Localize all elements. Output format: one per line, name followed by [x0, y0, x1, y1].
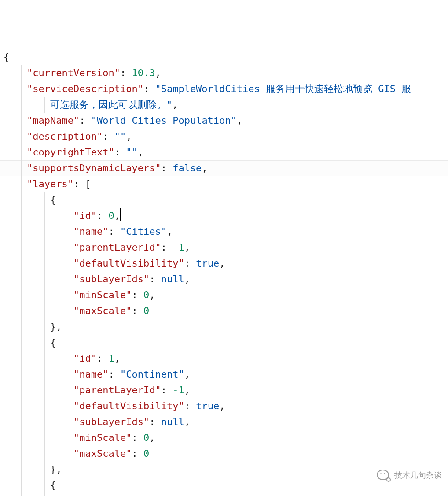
- code-token: ,: [184, 242, 190, 253]
- code-token: :: [184, 258, 196, 269]
- code-token: ,: [219, 400, 225, 411]
- code-token: "Cities": [120, 226, 167, 237]
- text-caret: [120, 208, 121, 221]
- code-token: "World Cities Population": [91, 115, 237, 126]
- code-content[interactable]: { "currentVersion": 10.3, "serviceDescri…: [0, 48, 448, 496]
- code-token: "subLayerIds": [73, 416, 149, 427]
- code-token: {: [50, 337, 56, 348]
- code-token: null: [161, 416, 184, 427]
- code-token: },: [50, 464, 62, 475]
- code-token: :: [132, 289, 143, 300]
- code-token: "serviceDescription": [27, 83, 143, 94]
- code-token: :: [161, 242, 173, 253]
- code-token: 0: [108, 210, 114, 221]
- code-token: ,: [149, 289, 155, 300]
- code-token: 0: [143, 448, 149, 459]
- code-token: "id": [73, 353, 97, 364]
- code-token: :: [143, 83, 155, 94]
- code-token: "": [126, 147, 138, 158]
- code-token: false: [173, 163, 202, 174]
- code-token: :: [108, 226, 120, 237]
- code-token: "minScale": [73, 289, 132, 300]
- code-token: "defaultVisibility": [73, 400, 184, 411]
- code-token: {: [4, 52, 9, 63]
- code-token: null: [161, 274, 184, 285]
- code-token: "name": [73, 226, 108, 237]
- code-token: true: [196, 258, 219, 269]
- code-token: 10.3: [132, 67, 155, 78]
- code-token: "name": [73, 369, 108, 380]
- code-token: :: [108, 369, 120, 380]
- code-token: "parentLayerId": [73, 385, 161, 396]
- code-token: ,: [202, 163, 207, 174]
- code-token: "subLayerIds": [73, 274, 149, 285]
- code-token: :: [132, 305, 143, 316]
- code-token: :: [149, 416, 161, 427]
- code-token: {: [50, 194, 56, 205]
- code-token: "minScale": [73, 432, 132, 443]
- code-editor[interactable]: { "currentVersion": 10.3, "serviceDescri…: [0, 0, 448, 496]
- code-token: "currentVersion": [27, 67, 120, 78]
- code-token: 1: [108, 353, 114, 364]
- code-token: ,: [126, 131, 132, 142]
- code-token: :: [149, 274, 161, 285]
- code-token: ,: [184, 274, 190, 285]
- code-token: -1: [173, 242, 184, 253]
- code-token: :: [114, 147, 126, 158]
- code-token: "parentLayerId": [73, 242, 161, 253]
- code-token: :: [161, 385, 173, 396]
- code-token: :: [184, 400, 196, 411]
- code-token: "copyrightText": [27, 147, 114, 158]
- code-token: :: [132, 432, 143, 443]
- watermark: 技术几句杂谈: [377, 470, 442, 481]
- code-token: 可选服务，因此可以删除。": [50, 99, 172, 110]
- code-token: 0: [143, 432, 149, 443]
- code-token: {: [50, 480, 56, 491]
- code-token: : [: [73, 178, 91, 189]
- code-token: ,: [167, 226, 173, 237]
- code-token: "Continent": [120, 369, 184, 380]
- code-token: "defaultVisibility": [73, 258, 184, 269]
- code-token: :: [97, 210, 109, 221]
- code-token: "description": [27, 131, 103, 142]
- code-token: "": [114, 131, 126, 142]
- code-token: true: [196, 400, 219, 411]
- code-token: ,: [237, 115, 242, 126]
- code-token: 0: [143, 289, 149, 300]
- code-token: 0: [143, 305, 149, 316]
- code-token: ,: [184, 385, 190, 396]
- code-token: ,: [138, 147, 143, 158]
- code-token: },: [50, 321, 62, 332]
- code-token: "supportsDynamicLayers": [27, 163, 161, 174]
- code-token: :: [120, 67, 132, 78]
- code-token: ,: [114, 210, 120, 221]
- code-token: "mapName": [27, 115, 79, 126]
- code-token: :: [97, 353, 109, 364]
- code-token: ,: [219, 258, 225, 269]
- code-token: ,: [149, 432, 155, 443]
- code-token: ,: [155, 67, 161, 78]
- code-token: ,: [114, 353, 120, 364]
- code-token: ,: [184, 369, 190, 380]
- code-token: :: [103, 131, 114, 142]
- code-token: "maxScale": [73, 305, 132, 316]
- code-token: ,: [172, 99, 178, 110]
- code-token: "layers": [27, 178, 73, 189]
- code-token: "SampleWorldCities 服务用于快速轻松地预览 GIS 服: [155, 83, 411, 94]
- code-token: :: [79, 115, 91, 126]
- code-token: ,: [184, 416, 190, 427]
- code-token: :: [132, 448, 143, 459]
- code-token: "maxScale": [73, 448, 132, 459]
- code-token: "id": [73, 210, 97, 221]
- code-token: :: [161, 163, 173, 174]
- watermark-text: 技术几句杂谈: [394, 470, 442, 481]
- code-token: -1: [173, 385, 184, 396]
- wechat-icon: [377, 470, 390, 481]
